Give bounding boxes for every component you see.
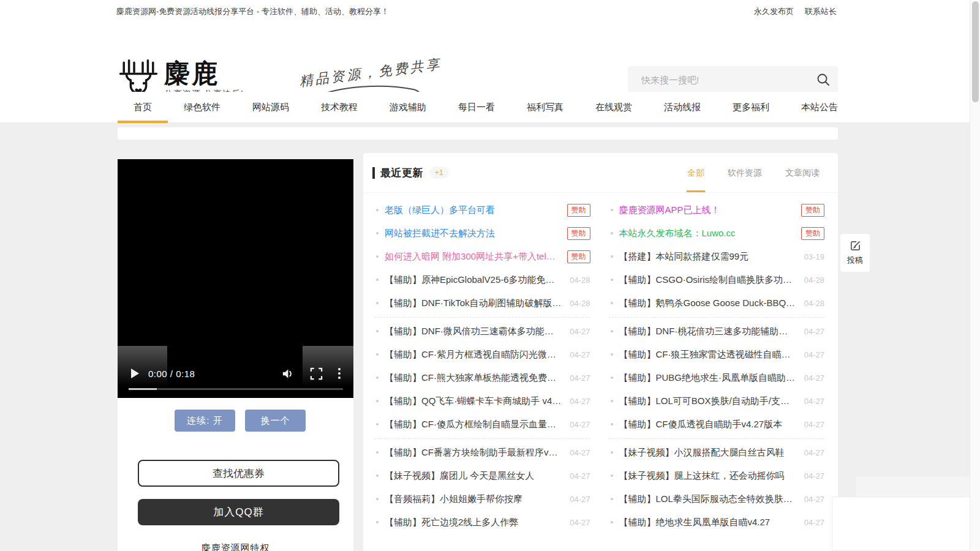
post-link[interactable]: 【妹子视频】腿上这抹红，还会动摇你吗 [619, 470, 797, 482]
sponsor-badge[interactable]: 赞助 [801, 227, 824, 240]
nav-item[interactable]: 技术教程 [305, 92, 374, 122]
left-sidebar-panel: 0:00 / 0:18 连续: 开 换一个 查找优惠券 加入QQ群 麋鹿资源网特… [118, 159, 353, 551]
recent-tab[interactable]: 文章阅读 [785, 154, 820, 192]
list-item: 【辅助】死亡边境2线上多人作弊04-27 [374, 511, 590, 534]
nav-item[interactable]: 网站源码 [236, 92, 305, 122]
post-link[interactable]: 【辅助】LOL拳头国际服动态全特效换肤13.8 [619, 493, 797, 505]
post-link[interactable]: 【妹子视频】腐团儿 今天是黑丝女人 [385, 470, 562, 482]
post-link[interactable]: 网站被拦截进不去解决方法 [385, 228, 560, 239]
bullet-icon [376, 209, 379, 211]
post-link[interactable]: 本站永久发布域名：Luwo.cc [619, 228, 794, 239]
list-item: 【辅助】CF·紫月方框透视自瞄防闪光微加速...04-27 [374, 343, 590, 366]
post-link[interactable]: 【辅助】CSGO·Osiris绘制自瞄换肤多功能作... [619, 274, 797, 286]
nav-item[interactable]: 活动线报 [648, 92, 717, 122]
page-scrollbar[interactable] [970, 0, 980, 551]
post-link[interactable]: 【搭建】本站同款搭建仅需99元 [619, 251, 797, 263]
more-options-icon[interactable] [337, 367, 341, 380]
continuous-play-button[interactable]: 连续: 开 [175, 410, 235, 432]
nav-item[interactable]: 每日一看 [442, 92, 511, 122]
post-link[interactable]: 【辅助】CF·狼王独家雷达透视磁性自瞄免费... [619, 349, 797, 361]
bullet-icon [611, 400, 613, 402]
video-progress-bar[interactable] [129, 388, 343, 390]
post-link[interactable]: 【妹子视频】小汉服搭配大腿白丝古风鞋 [619, 447, 797, 459]
submit-post-label: 投稿 [847, 255, 863, 266]
sponsor-badge[interactable]: 赞助 [801, 204, 824, 217]
post-link[interactable]: 【辅助】死亡边境2线上多人作弊 [385, 517, 562, 528]
nav-item[interactable]: 在线观赏 [579, 92, 648, 122]
list-divider [374, 317, 590, 318]
bullet-icon [376, 353, 379, 356]
bullet-icon [611, 423, 613, 425]
submit-post-button[interactable]: 投稿 [840, 234, 870, 272]
search-input[interactable] [628, 66, 825, 94]
post-link[interactable]: 【辅助】鹅鸭杀Goose Goose Duck-BBQ免... [619, 298, 797, 309]
nav-item[interactable]: 首页 [118, 92, 168, 122]
post-link[interactable]: 【辅助】DNF·微风倍功三速霸体多功能破解版... [385, 326, 562, 337]
post-date: 04-27 [570, 350, 590, 359]
join-qq-group-button[interactable]: 加入QQ群 [138, 499, 339, 525]
recent-tab[interactable]: 软件资源 [728, 154, 762, 192]
nav-items: 首页绿色软件网站源码技术教程游戏辅助每日一看福利写真在线观赏活动线报更多福利本站… [118, 92, 838, 122]
volume-icon[interactable] [281, 367, 294, 380]
sidebar-footer-title: 麋鹿资源网特权 [118, 542, 353, 551]
post-link[interactable]: 如何进入暗网 附加300网址共享+带入telegra... [385, 251, 560, 263]
bullet-icon [611, 377, 613, 379]
post-link[interactable]: 【辅助】绝地求生凤凰单版自瞄v4.27 [619, 517, 797, 528]
bullet-icon [611, 255, 613, 258]
list-item: 【妹子视频】小汉服搭配大腿白丝古风鞋04-27 [609, 441, 825, 464]
post-link[interactable]: 【辅助】CF·熊大独家单板热能透视免费辅助 v... [385, 372, 562, 384]
post-link[interactable]: 【辅助】CF番薯方块绘制助手最新程序v4.27 [385, 447, 562, 459]
play-icon[interactable] [131, 369, 139, 378]
bullet-icon [376, 377, 379, 379]
post-link[interactable]: 老版（绿巨人）多平台可看 [385, 204, 560, 216]
list-item: 【辅助】CF·狼王独家雷达透视磁性自瞄免费...04-27 [609, 343, 825, 366]
sponsor-badge[interactable]: 赞助 [567, 227, 590, 240]
post-date: 04-27 [804, 327, 824, 336]
list-item: 【辅助】原神EpicGlobalV25-6多功能免费版04-28 [374, 268, 590, 291]
post-link[interactable]: 【辅助】PUBG绝地求生·凤凰单版自瞄助手 v4... [619, 372, 797, 384]
recent-tabs: 全部软件资源文章阅读 [687, 154, 820, 192]
list-item: 如何进入暗网 附加300网址共享+带入telegra...赞助 [374, 245, 590, 268]
change-video-button[interactable]: 换一个 [245, 410, 306, 432]
main-nav: 首页绿色软件网站源码技术教程游戏辅助每日一看福利写真在线观赏活动线报更多福利本站… [0, 92, 980, 123]
sponsor-badge[interactable]: 赞助 [567, 204, 590, 217]
post-link[interactable]: 【辅助】CF·傻瓜方框绘制自瞄显示血量辅助... [385, 419, 562, 430]
post-link[interactable]: 【辅助】QQ飞车·蝴蝶卡车卡商城助手 v4.27 [385, 395, 562, 407]
nav-item[interactable]: 游戏辅助 [374, 92, 442, 122]
nav-item[interactable]: 绿色软件 [168, 92, 236, 122]
bullet-icon [376, 474, 379, 477]
bullet-icon [611, 353, 613, 356]
post-link[interactable]: 【辅助】原神EpicGlobalV25-6多功能免费版 [385, 274, 562, 286]
video-player[interactable]: 0:00 / 0:18 [118, 159, 353, 398]
list-item: 【辅助】CF·傻瓜方框绘制自瞄显示血量辅助...04-27 [374, 413, 590, 436]
list-item: 【辅助】CF·熊大独家单板热能透视免费辅助 v...04-27 [374, 366, 590, 389]
recent-tab[interactable]: 全部 [687, 154, 704, 192]
scrollbar-thumb[interactable] [972, 1, 979, 102]
post-link[interactable]: 【辅助】LOL可可BOX换肤/自动助手/支持国... [619, 395, 797, 407]
post-link[interactable]: 【辅助】DNF·TikTok自动刷图辅助破解版 v4.28 [385, 298, 562, 309]
post-date: 04-27 [570, 471, 590, 481]
bullet-icon [611, 498, 613, 500]
recent-updates-card: 最近更新 +1 全部软件资源文章阅读 老版（绿巨人）多平台可看赞助网站被拦截进不… [363, 153, 838, 551]
list-item: 【搭建】本站同款搭建仅需99元03-19 [609, 245, 825, 268]
nav-item[interactable]: 本站公告 [785, 92, 854, 122]
post-link[interactable]: 【辅助】CF·紫月方框透视自瞄防闪光微加速... [385, 349, 562, 361]
publish-page-link[interactable]: 永久发布页 [754, 0, 794, 23]
video-frame[interactable] [167, 159, 303, 398]
bullet-icon [376, 498, 379, 500]
nav-item[interactable]: 福利写真 [511, 92, 579, 122]
new-count-badge: +1 [429, 167, 449, 179]
sponsor-badge[interactable]: 赞助 [567, 250, 590, 263]
search-box [628, 66, 838, 94]
post-link[interactable]: 【辅助】DNF·桃花倍功三速多功能辅助破解版... [619, 326, 797, 337]
topbar-links: 永久发布页 联系站长 [754, 0, 837, 23]
post-link[interactable]: 【音频福莉】小姐姐嫩手帮你按摩 [385, 493, 562, 505]
search-icon[interactable] [816, 73, 830, 86]
post-link[interactable]: 【辅助】CF傻瓜透视自瞄助手v4.27版本 [619, 419, 797, 430]
nav-item[interactable]: 更多福利 [717, 92, 785, 122]
fullscreen-icon[interactable] [310, 367, 323, 380]
list-item: 【辅助】CF傻瓜透视自瞄助手v4.27版本04-27 [609, 413, 825, 436]
find-coupon-button[interactable]: 查找优惠券 [138, 460, 339, 487]
contact-admin-link[interactable]: 联系站长 [805, 0, 837, 23]
post-link[interactable]: 麋鹿资源网APP已上线！ [619, 204, 794, 216]
